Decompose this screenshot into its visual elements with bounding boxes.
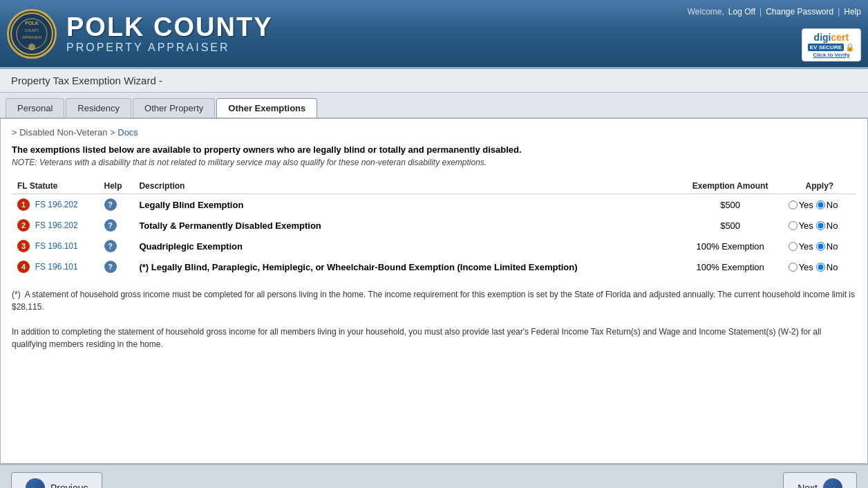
description-italic: NOTE: Veterans with a disability that is…	[12, 158, 856, 167]
log-off-link[interactable]: Log Off	[728, 7, 755, 17]
statute-cell-2: 2 FS 196.202	[12, 215, 99, 236]
help-cell-1: ?	[99, 194, 134, 216]
breadcrumb-separator: >	[12, 127, 17, 138]
amount-cell-2: $500	[678, 215, 783, 236]
no-label-1[interactable]: No	[816, 200, 838, 210]
tab-other-property[interactable]: Other Property	[133, 98, 215, 118]
statute-link-2[interactable]: FS 196.202	[35, 220, 78, 230]
description-bold: The exemptions listed below are availabl…	[12, 144, 856, 155]
content-panel: > Disabled Non-Veteran > Docs The exempt…	[0, 118, 868, 464]
apply-cell-3: Yes No	[783, 236, 856, 256]
yes-text-2: Yes	[799, 220, 813, 231]
yes-text-4: Yes	[799, 262, 813, 272]
row-number-1: 1	[17, 198, 30, 211]
description-text-3: Quadriplegic Exemption	[139, 241, 243, 252]
yes-radio-4[interactable]	[789, 263, 798, 272]
no-text-2: No	[827, 220, 838, 231]
help-icon-4[interactable]: ?	[104, 261, 117, 273]
svg-text:APPRAISER: APPRAISER	[22, 35, 42, 39]
description-cell-3: Quadriplegic Exemption	[133, 236, 677, 256]
description-cell-4: (*) Legally Blind, Paraplegic, Hemiplegi…	[133, 256, 677, 277]
next-label: Next	[798, 482, 818, 488]
amount-cell-4: 100% Exemption	[678, 256, 783, 277]
breadcrumb-item-1: Disabled Non-Veteran	[19, 127, 110, 138]
no-text-1: No	[827, 200, 838, 210]
help-icon-3[interactable]: ?	[104, 240, 117, 252]
ev-secure-label: EV SECURE	[808, 44, 844, 51]
no-radio-1[interactable]	[816, 200, 825, 209]
previous-button[interactable]: ← Previous	[11, 472, 102, 488]
header-title-block: POLK COUNTY PROPERTY APPRAISER	[66, 13, 273, 55]
statute-link-1[interactable]: FS 196.202	[35, 200, 78, 209]
header-title-line2: PROPERTY APPRAISER	[66, 41, 273, 54]
col-statute: FL Statute	[12, 178, 99, 194]
tab-personal[interactable]: Personal	[6, 98, 64, 118]
col-amount: Exemption Amount	[678, 178, 783, 194]
row-number-2: 2	[17, 219, 30, 232]
no-radio-3[interactable]	[816, 242, 825, 251]
yes-text-1: Yes	[799, 200, 813, 210]
no-radio-4[interactable]	[816, 263, 825, 272]
yes-label-1[interactable]: Yes	[789, 200, 813, 210]
row-number-3: 3	[17, 240, 30, 252]
description-text-1: Legally Blind Exemption	[139, 200, 243, 210]
help-cell-3: ?	[99, 236, 134, 256]
no-label-2[interactable]: No	[816, 220, 838, 231]
description-cell-2: Totally & Permanently Disabled Exemption	[133, 215, 677, 236]
next-button[interactable]: Next →	[783, 472, 857, 488]
digicert-badge[interactable]: digicert EV SECURE 🔒 Click to Verify	[802, 28, 861, 62]
statute-link-3[interactable]: FS 196.101	[35, 241, 78, 251]
help-icon-2[interactable]: ?	[104, 219, 117, 232]
help-cell-2: ?	[99, 215, 134, 236]
change-password-link[interactable]: Change Password	[766, 7, 833, 17]
yes-label-3[interactable]: Yes	[789, 241, 813, 252]
yes-radio-2[interactable]	[789, 221, 798, 230]
breadcrumb: > Disabled Non-Veteran > Docs	[12, 127, 856, 138]
no-text-4: No	[827, 262, 838, 272]
header-top-right: Welcome, Log Off | Change Password | Hel…	[688, 7, 861, 17]
statute-link-4[interactable]: FS 196.101	[35, 262, 78, 272]
sub-header: Property Tax Exemption Wizard -	[0, 69, 868, 93]
exemption-table: FL Statute Help Description Exemption Am…	[12, 178, 856, 277]
footnote-additional: In addition to completing the statement …	[12, 326, 856, 350]
breadcrumb-docs-link[interactable]: Docs	[117, 127, 138, 138]
svg-text:POLK: POLK	[25, 21, 38, 26]
no-label-3[interactable]: No	[816, 241, 838, 252]
yes-text-3: Yes	[799, 241, 813, 252]
help-link[interactable]: Help	[844, 7, 861, 17]
previous-arrow-icon: ←	[26, 478, 45, 488]
statute-cell: 1 FS 196.202	[12, 194, 99, 216]
yes-label-4[interactable]: Yes	[789, 262, 813, 272]
breadcrumb-separator-2: >	[110, 127, 115, 138]
no-text-3: No	[827, 241, 838, 252]
digicert-click-label[interactable]: Click to Verify	[813, 52, 849, 58]
col-apply: Apply?	[783, 178, 856, 194]
logo-circle: POLK COUNTY APPRAISER	[7, 9, 57, 59]
amount-cell-1: $500	[678, 194, 783, 216]
table-row: 2 FS 196.202 ? Totally & Permanently Dis…	[12, 215, 856, 236]
main-wrapper: Personal Residency Other Property Other …	[0, 93, 868, 464]
table-row: 1 FS 196.202 ? Legally Blind Exemption $…	[12, 194, 856, 216]
header-logo: POLK COUNTY APPRAISER POLK COUNTY PROPER…	[0, 9, 273, 59]
col-help: Help	[99, 178, 134, 194]
col-description: Description	[133, 178, 677, 194]
apply-cell-1: Yes No	[783, 194, 856, 216]
no-radio-2[interactable]	[816, 221, 825, 230]
statute-cell-3: 3 FS 196.101	[12, 236, 99, 256]
yes-label-2[interactable]: Yes	[789, 220, 813, 231]
row-number-4: 4	[17, 261, 30, 273]
yes-radio-3[interactable]	[789, 242, 798, 251]
welcome-label: Welcome,	[688, 7, 724, 17]
yes-radio-1[interactable]	[789, 200, 798, 209]
svg-point-5	[28, 44, 35, 50]
tab-other-exemptions[interactable]: Other Exemptions	[216, 98, 317, 118]
no-label-4[interactable]: No	[816, 262, 838, 272]
description-cell-1: Legally Blind Exemption	[133, 194, 677, 216]
description-text-4: (*) Legally Blind, Paraplegic, Hemiplegi…	[139, 262, 577, 272]
help-icon-1[interactable]: ?	[104, 198, 117, 211]
tab-residency[interactable]: Residency	[66, 98, 131, 118]
header: POLK COUNTY APPRAISER POLK COUNTY PROPER…	[0, 0, 868, 69]
help-cell-4: ?	[99, 256, 134, 277]
footnotes: (*) A statement of household gross incom…	[12, 288, 856, 350]
previous-label: Previous	[50, 482, 88, 488]
